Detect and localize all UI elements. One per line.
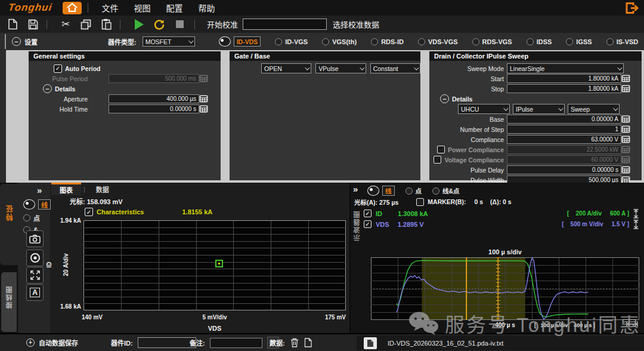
stop-button[interactable] xyxy=(172,18,187,31)
start-calibration-button[interactable]: 开始校准 xyxy=(207,19,238,30)
calculator-icon[interactable] xyxy=(621,166,630,174)
tab-characteristics[interactable]: 特征 xyxy=(0,184,18,265)
oscilloscope-plot[interactable] xyxy=(371,257,639,320)
time-scale-adjust-icon[interactable] xyxy=(626,321,638,328)
chevron-down-icon xyxy=(503,106,508,110)
ch2-visible-checkbox[interactable] xyxy=(364,220,371,228)
stop-field[interactable]: 1.80000 kA xyxy=(507,84,621,93)
compliance-field[interactable]: 63.0000 V xyxy=(507,135,621,144)
auto-save-toggle-icon[interactable]: + xyxy=(26,338,35,347)
pulse-delay-field[interactable]: 0.00000 s xyxy=(507,165,621,174)
radio-点[interactable]: 点 xyxy=(405,186,422,195)
run-button[interactable] xyxy=(131,18,147,31)
gate-terminal-select[interactable]: OPEN xyxy=(261,63,311,73)
time-scale: [ 100 µ s/div 400 µ s ] xyxy=(534,322,595,328)
expand-panel-icon[interactable]: » xyxy=(353,184,358,194)
radio-线&点[interactable]: 线&点 xyxy=(432,186,460,195)
file-icon xyxy=(364,337,377,349)
menu-item-视图[interactable]: 视图 xyxy=(130,1,154,15)
calculator-icon[interactable] xyxy=(199,105,208,113)
radio-label: VGS(th) xyxy=(332,38,357,45)
start-field[interactable]: 1.80000 kA xyxy=(507,74,621,83)
radio-icon xyxy=(405,187,413,195)
tab-chart[interactable]: 图表 xyxy=(51,183,81,195)
menu-item-配置[interactable]: 配置 xyxy=(162,1,186,15)
annotation-button[interactable]: A xyxy=(26,284,44,301)
details-toggle-icon[interactable]: − xyxy=(43,84,52,93)
export-data-button[interactable] xyxy=(304,338,312,347)
radio-ID-VDS[interactable]: ID-VDS xyxy=(219,36,261,47)
drain-source-select[interactable]: IPulse xyxy=(513,104,565,114)
radio-线[interactable]: 线 xyxy=(23,199,51,210)
radio-IDSS[interactable]: IDSS xyxy=(527,36,552,47)
calculator-icon[interactable] xyxy=(621,85,630,93)
calculator-icon[interactable] xyxy=(621,115,630,123)
paste-button[interactable] xyxy=(98,18,114,31)
aperture-field[interactable]: 400.000 µs xyxy=(109,94,199,103)
save-button[interactable] xyxy=(25,18,41,31)
radio-IGSS[interactable]: IGSS xyxy=(566,36,592,47)
menu-item-帮助[interactable]: 帮助 xyxy=(194,1,218,15)
exit-button[interactable] xyxy=(625,2,639,14)
menu-item-文件[interactable]: 文件 xyxy=(98,1,122,15)
divider xyxy=(120,20,120,29)
characteristics-checkbox[interactable] xyxy=(85,208,93,216)
expand-panel-icon[interactable]: » xyxy=(37,185,42,195)
radio-icon xyxy=(23,199,35,210)
home-button[interactable] xyxy=(63,2,82,14)
device-id-select[interactable] xyxy=(138,337,196,348)
radio-VGS(th)[interactable]: VGS(th) xyxy=(322,36,357,47)
hold-time-field[interactable]: 0.00000 s xyxy=(109,104,199,113)
ch2-scale-adjust-icon[interactable] xyxy=(633,220,639,229)
result-file-box[interactable]: ID-VDS_20260323_16_02_51.pda-iv.txt xyxy=(357,335,644,350)
ch1-visible-checkbox[interactable] xyxy=(364,210,371,217)
radio-点[interactable]: 点 xyxy=(23,213,51,223)
calibration-input[interactable] xyxy=(243,19,327,30)
refresh-button[interactable] xyxy=(151,18,167,31)
ch1-scale-adjust-icon[interactable] xyxy=(633,209,639,218)
collapse-settings-icon[interactable]: − xyxy=(12,37,21,46)
calculator-icon[interactable] xyxy=(621,125,630,133)
power-compliance-checkbox[interactable] xyxy=(437,146,445,153)
radio-RDS-ID[interactable]: RDS-ID xyxy=(371,36,404,47)
base-field[interactable]: 0.00000 A xyxy=(507,115,621,124)
note-input[interactable] xyxy=(210,338,262,348)
auto-save-label: 自动数据保存 xyxy=(39,338,78,347)
radio-label: ID-VDS xyxy=(234,36,261,47)
drain-function-select[interactable]: Sweep xyxy=(568,104,620,114)
radio-ID-VGS[interactable]: ID-VGS xyxy=(275,36,308,47)
calculator-icon[interactable] xyxy=(199,95,208,103)
calculator-icon[interactable] xyxy=(621,75,630,82)
tab-oscilloscope-label[interactable]: 示波器图 xyxy=(352,210,362,241)
radio-RDS-VGS[interactable]: RDS-VGS xyxy=(472,36,512,47)
marker-b-value: 0 s xyxy=(474,198,483,205)
voltage-compliance-checkbox[interactable] xyxy=(434,156,441,164)
number-of-step-field[interactable]: 1 xyxy=(507,125,621,134)
tab-data[interactable]: 数据 xyxy=(88,184,117,195)
marker-b-checkbox[interactable] xyxy=(416,198,424,206)
cut-button[interactable]: ✂ xyxy=(58,18,73,31)
new-file-button[interactable] xyxy=(5,18,20,31)
gate-source-select[interactable]: VPulse xyxy=(315,63,366,73)
exit-icon xyxy=(625,2,639,14)
sweep-mode-select[interactable]: LinearSingle xyxy=(507,63,624,73)
tab-wiring-diagram[interactable]: 接线图 xyxy=(1,272,17,332)
copy-button[interactable] xyxy=(78,18,94,31)
snapshot-button[interactable] xyxy=(26,230,44,247)
select-calibration-button[interactable]: 选择校准数据 xyxy=(333,19,379,30)
auto-period-checkbox[interactable] xyxy=(54,64,62,73)
delete-data-button[interactable] xyxy=(290,338,299,347)
record-button[interactable] xyxy=(26,250,44,266)
details-toggle-icon[interactable]: − xyxy=(440,94,449,103)
drain-channel-select[interactable]: UHCU xyxy=(458,104,510,114)
radio-VDS-VGS[interactable]: VDS-VGS xyxy=(418,36,458,47)
iv-plot[interactable] xyxy=(83,220,346,310)
fullscreen-button[interactable] xyxy=(26,267,44,284)
marker-delta-value: (Δ): 0 s xyxy=(490,198,512,205)
device-type-select[interactable]: MOSFET xyxy=(143,36,195,47)
radio-IS-VSD[interactable]: IS-VSD xyxy=(606,36,639,47)
calculator-icon[interactable] xyxy=(621,136,630,143)
radio-线[interactable]: 线 xyxy=(367,186,395,196)
play-icon xyxy=(135,19,144,30)
gate-mode-select[interactable]: Constant xyxy=(370,63,420,73)
